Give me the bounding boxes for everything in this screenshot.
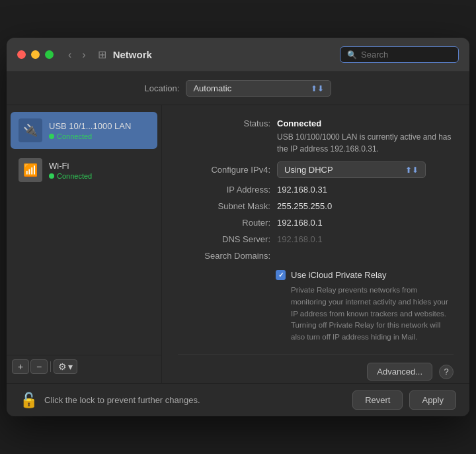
remove-network-button[interactable]: − <box>30 359 48 374</box>
status-description: USB 10/100/1000 LAN is currently active … <box>277 131 454 155</box>
wifi-status-dot <box>49 173 54 179</box>
router-row: Router: 192.168.0.1 <box>178 218 454 228</box>
relay-label: Use iCloud Private Relay <box>291 270 387 280</box>
location-bar: Location: Automatic ⬆⬇ <box>7 72 469 105</box>
revert-button[interactable]: Revert <box>352 390 403 410</box>
close-button[interactable] <box>17 50 26 59</box>
router-label: Router: <box>178 218 270 228</box>
window-title: Network <box>113 49 152 60</box>
usb-lan-status: Connected <box>49 132 149 140</box>
search-domains-label: Search Domains: <box>178 251 270 261</box>
minimize-button[interactable] <box>31 50 40 59</box>
status-value: Connected <box>277 118 454 128</box>
search-domains-row: Search Domains: <box>178 251 454 261</box>
subnet-mask-label: Subnet Mask: <box>178 201 270 211</box>
wifi-name: Wi-Fi <box>49 161 149 171</box>
wifi-status-text: Connected <box>57 172 92 180</box>
location-label: Location: <box>145 83 180 93</box>
ip-address-label: IP Address: <box>178 185 270 195</box>
dns-server-label: DNS Server: <box>178 234 270 244</box>
usb-lan-status-text: Connected <box>57 132 92 140</box>
configure-ipv4-value: Using DHCP <box>284 165 405 175</box>
gear-chevron-icon: ▾ <box>68 361 73 372</box>
maximize-button[interactable] <box>45 50 54 59</box>
ip-address-value: 192.168.0.31 <box>277 185 327 195</box>
checkmark-icon: ✓ <box>278 271 284 279</box>
usb-lan-name: USB 10/1...1000 LAN <box>49 121 149 131</box>
router-value: 192.168.0.1 <box>277 218 323 228</box>
grid-icon: ⊞ <box>98 48 106 61</box>
wifi-icon: 📶 <box>19 158 42 182</box>
configure-ipv4-arrow-icon: ⬆⬇ <box>405 165 418 175</box>
titlebar: ‹ › ⊞ Network 🔍 <box>7 38 469 72</box>
bottom-bar: 🔓 Click the lock to prevent further chan… <box>7 383 469 416</box>
network-preferences-window: ‹ › ⊞ Network 🔍 Location: Automatic ⬆⬇ 🔌… <box>7 38 469 416</box>
sidebar-toolbar: + − ⚙ ▾ <box>7 355 161 378</box>
usb-lan-info: USB 10/1...1000 LAN Connected <box>49 121 149 140</box>
usb-lan-icon: 🔌 <box>19 118 42 142</box>
help-button[interactable]: ? <box>439 365 454 379</box>
ip-address-row: IP Address: 192.168.0.31 <box>178 185 454 195</box>
gear-icon: ⚙ <box>58 361 67 372</box>
search-box[interactable]: 🔍 <box>340 46 459 63</box>
toolbar-divider <box>50 361 51 372</box>
usb-lan-status-dot <box>49 134 54 139</box>
add-network-button[interactable]: + <box>12 359 29 374</box>
gear-button[interactable]: ⚙ ▾ <box>54 359 77 374</box>
search-input[interactable] <box>361 50 452 60</box>
advanced-row: Advanced... ? <box>178 354 454 381</box>
nav-arrows: ‹ › <box>64 48 90 62</box>
advanced-button[interactable]: Advanced... <box>367 363 432 381</box>
configure-ipv4-label: Configure IPv4: <box>178 165 270 175</box>
sidebar-item-wifi[interactable]: 📶 Wi-Fi Connected <box>11 152 157 189</box>
subnet-mask-row: Subnet Mask: 255.255.255.0 <box>178 201 454 211</box>
location-arrow-icon: ⬆⬇ <box>311 84 324 93</box>
detail-panel: Status: Connected USB 10/100/1000 LAN is… <box>162 105 469 383</box>
location-value: Automatic <box>193 83 311 93</box>
configure-ipv4-row: Configure IPv4: Using DHCP ⬆⬇ <box>178 161 454 178</box>
lock-area: 🔓 Click the lock to prevent further chan… <box>20 392 352 409</box>
relay-checkbox-wrapper: ✓ Use iCloud Private Relay Private Relay… <box>276 269 454 343</box>
status-block: Connected USB 10/100/1000 LAN is current… <box>277 118 454 155</box>
apply-button[interactable]: Apply <box>409 390 456 410</box>
wifi-info: Wi-Fi Connected <box>49 161 149 180</box>
configure-ipv4-select[interactable]: Using DHCP ⬆⬇ <box>277 161 426 178</box>
relay-checkbox[interactable]: ✓ <box>276 270 286 280</box>
status-row: Status: Connected USB 10/100/1000 LAN is… <box>178 118 454 155</box>
traffic-lights <box>17 50 54 59</box>
relay-text-block: Use iCloud Private Relay Private Relay p… <box>291 269 454 343</box>
icoud-relay-row: ✓ Use iCloud Private Relay Private Relay… <box>178 269 454 343</box>
relay-description: Private Relay prevents networks from mon… <box>291 285 454 343</box>
back-button[interactable]: ‹ <box>64 48 75 62</box>
status-label: Status: <box>178 118 270 128</box>
lock-icon[interactable]: 🔓 <box>20 392 38 409</box>
dns-server-value: 192.168.0.1 <box>277 234 323 244</box>
location-select[interactable]: Automatic ⬆⬇ <box>186 80 331 97</box>
sidebar-item-usb-lan[interactable]: 🔌 USB 10/1...1000 LAN Connected <box>11 112 157 149</box>
lock-text: Click the lock to prevent further change… <box>44 395 200 405</box>
bottom-buttons: Revert Apply <box>352 390 456 410</box>
wifi-status: Connected <box>49 172 149 180</box>
subnet-mask-value: 255.255.255.0 <box>277 201 332 211</box>
dns-server-row: DNS Server: 192.168.0.1 <box>178 234 454 244</box>
sidebar: 🔌 USB 10/1...1000 LAN Connected 📶 Wi-Fi … <box>7 105 162 383</box>
search-icon: 🔍 <box>347 50 357 60</box>
main-content: 🔌 USB 10/1...1000 LAN Connected 📶 Wi-Fi … <box>7 105 469 383</box>
forward-button[interactable]: › <box>78 48 89 62</box>
